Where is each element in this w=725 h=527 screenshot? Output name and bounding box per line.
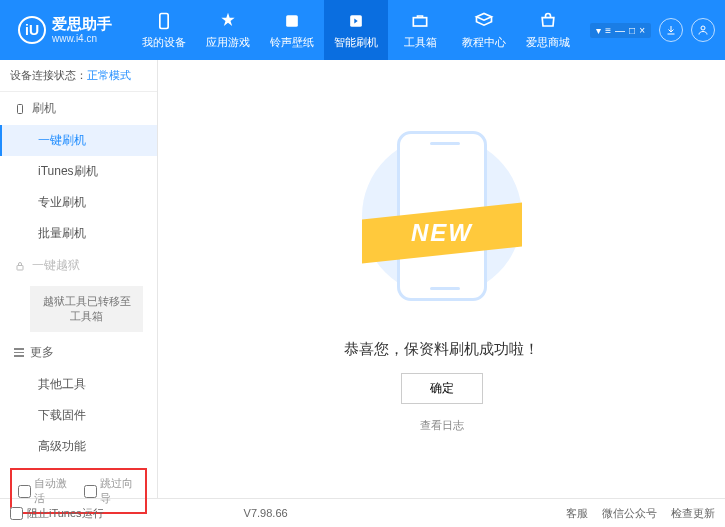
nav-ringtone-wallpaper[interactable]: 铃声壁纸 xyxy=(260,0,324,60)
sidebar-batch-flash[interactable]: 批量刷机 xyxy=(0,218,157,249)
jailbreak-notice: 越狱工具已转移至工具箱 xyxy=(30,286,143,332)
footer-support[interactable]: 客服 xyxy=(566,506,588,521)
app-url: www.i4.cn xyxy=(52,33,112,44)
sidebar-other-tools[interactable]: 其他工具 xyxy=(0,369,157,400)
download-button[interactable] xyxy=(659,18,683,42)
app-logo: iU 爱思助手 www.i4.cn xyxy=(10,16,120,44)
tools-icon[interactable]: ≡ xyxy=(605,25,611,36)
window-controls: ▾ ≡ — □ × xyxy=(590,23,651,38)
success-message: 恭喜您，保资料刷机成功啦！ xyxy=(344,340,539,359)
sidebar-advanced[interactable]: 高级功能 xyxy=(0,431,157,462)
footer-check-update[interactable]: 检查更新 xyxy=(671,506,715,521)
success-illustration: NEW xyxy=(362,126,522,326)
hamburger-icon xyxy=(14,348,24,357)
titlebar: iU 爱思助手 www.i4.cn 我的设备 应用游戏 铃声壁纸 智能刷机 工具… xyxy=(0,0,725,60)
sidebar-pro-flash[interactable]: 专业刷机 xyxy=(0,187,157,218)
auto-activate-checkbox[interactable]: 自动激活 xyxy=(18,476,74,506)
nav-smart-flash[interactable]: 智能刷机 xyxy=(324,0,388,60)
block-itunes-checkbox[interactable]: 阻止iTunes运行 xyxy=(10,506,104,521)
main-nav: 我的设备 应用游戏 铃声壁纸 智能刷机 工具箱 教程中心 爱思商城 xyxy=(132,0,580,60)
view-log-link[interactable]: 查看日志 xyxy=(420,418,464,433)
minimize-icon[interactable]: — xyxy=(615,25,625,36)
new-ribbon: NEW xyxy=(411,219,473,247)
svg-rect-3 xyxy=(413,17,426,25)
svg-rect-1 xyxy=(286,15,298,27)
nav-my-device[interactable]: 我的设备 xyxy=(132,0,196,60)
footer-wechat[interactable]: 微信公众号 xyxy=(602,506,657,521)
skip-guide-checkbox[interactable]: 跳过向导 xyxy=(84,476,140,506)
connection-status: 设备连接状态：正常模式 xyxy=(0,60,157,92)
sidebar-download-firmware[interactable]: 下载固件 xyxy=(0,400,157,431)
ok-button[interactable]: 确定 xyxy=(401,373,483,404)
dropdown-icon[interactable]: ▾ xyxy=(596,25,601,36)
nav-tutorials[interactable]: 教程中心 xyxy=(452,0,516,60)
nav-store[interactable]: 爱思商城 xyxy=(516,0,580,60)
svg-rect-6 xyxy=(17,265,23,270)
section-jailbreak: 一键越狱 xyxy=(0,249,157,282)
sidebar-one-click-flash[interactable]: 一键刷机 xyxy=(0,125,157,156)
sidebar-itunes-flash[interactable]: iTunes刷机 xyxy=(0,156,157,187)
device-info: iPhone 15 Pro Max 512GB iPhone xyxy=(0,520,157,527)
main-content: NEW 恭喜您，保资料刷机成功啦！ 确定 查看日志 xyxy=(158,60,725,498)
nav-apps-games[interactable]: 应用游戏 xyxy=(196,0,260,60)
section-more[interactable]: 更多 xyxy=(0,336,157,369)
close-icon[interactable]: × xyxy=(639,25,645,36)
version-label: V7.98.66 xyxy=(244,507,288,519)
app-name: 爱思助手 xyxy=(52,16,112,33)
logo-icon: iU xyxy=(18,16,46,44)
maximize-icon[interactable]: □ xyxy=(629,25,635,36)
sidebar: 设备连接状态：正常模式 刷机 一键刷机 iTunes刷机 专业刷机 批量刷机 一… xyxy=(0,60,158,498)
svg-rect-5 xyxy=(18,104,23,113)
nav-toolbox[interactable]: 工具箱 xyxy=(388,0,452,60)
user-button[interactable] xyxy=(691,18,715,42)
svg-point-4 xyxy=(701,26,705,30)
svg-rect-0 xyxy=(160,13,168,28)
section-flash[interactable]: 刷机 xyxy=(0,92,157,125)
